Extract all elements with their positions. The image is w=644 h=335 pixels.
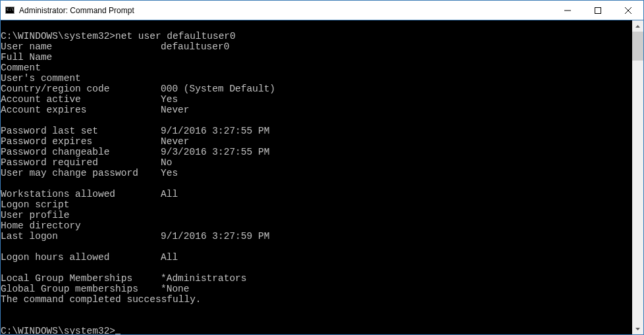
window-controls	[552, 1, 643, 20]
scroll-thumb[interactable]	[632, 32, 643, 61]
cmd-window: Administrator: Command Prompt C:\WINDOWS…	[0, 0, 644, 335]
close-button[interactable]	[613, 1, 643, 20]
scroll-down-button[interactable]	[632, 323, 643, 334]
terminal-area[interactable]: C:\WINDOWS\system32>net user defaultuser…	[1, 20, 643, 334]
window-title: Administrator: Command Prompt	[19, 6, 134, 15]
scroll-track[interactable]	[632, 32, 643, 323]
maximize-button[interactable]	[583, 1, 613, 20]
terminal-content: C:\WINDOWS\system32>net user defaultuser…	[1, 20, 632, 334]
svg-marker-5	[635, 328, 640, 330]
title-left: Administrator: Command Prompt	[1, 5, 552, 16]
titlebar[interactable]: Administrator: Command Prompt	[1, 1, 643, 20]
svg-marker-4	[635, 25, 640, 28]
svg-rect-1	[595, 7, 601, 13]
scroll-up-button[interactable]	[632, 20, 643, 32]
cmd-icon	[5, 5, 15, 16]
vertical-scrollbar[interactable]	[632, 20, 643, 334]
minimize-button[interactable]	[552, 1, 583, 20]
